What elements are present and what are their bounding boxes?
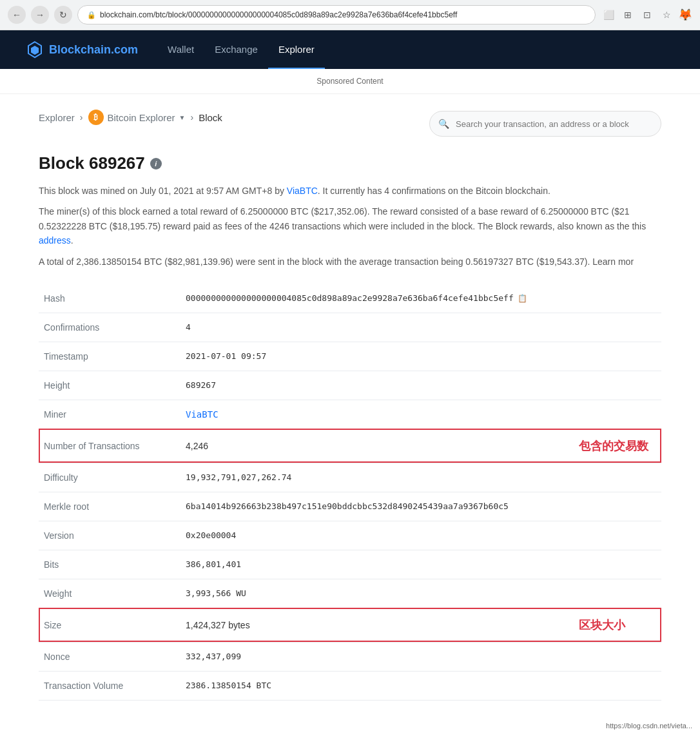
table-value-bits: 386,801,401: [180, 550, 561, 579]
table-value-difficulty: 19,932,791,027,262.74: [180, 463, 561, 492]
main-content: Explorer › ₿ Bitcoin Explorer ▼ › Block …: [0, 94, 700, 716]
reload-button[interactable]: ↻: [54, 6, 72, 24]
table-key-transaction-volume: Transaction Volume: [39, 671, 180, 700]
table-key-nonce: Nonce: [39, 642, 180, 671]
block-title: Block 689267 i: [39, 153, 661, 173]
table-value-hash: 000000000000000000004085c0d898a89ac2e992…: [180, 284, 561, 313]
breadcrumb-sep-1: ›: [80, 112, 83, 122]
url-text: blockchain.com/btc/block/000000000000000…: [100, 10, 457, 19]
copy-icon[interactable]: 📋: [518, 294, 527, 303]
browser-icons: ⬜ ⊞ ⊡ ☆ 🦊: [601, 7, 692, 23]
table-value-weight: 3,993,566 WU: [180, 579, 561, 608]
breadcrumb-sep-2: ›: [190, 112, 193, 122]
table-value-version: 0x20e00004: [180, 521, 561, 550]
nav-exchange[interactable]: Exchange: [204, 31, 268, 69]
table-key-difficulty: Difficulty: [39, 463, 180, 492]
dropdown-arrow-icon: ▼: [179, 114, 186, 121]
table-value-merkle-root: 6ba14014b926663b238b497c151e90bddcbbc532…: [180, 492, 561, 521]
table-row: Merkle root6ba14014b926663b238b497c151e9…: [39, 492, 661, 521]
table-key-timestamp: Timestamp: [39, 342, 180, 371]
search-bar: 🔍: [429, 111, 661, 137]
desc-2: The miner(s) of this block earned a tota…: [39, 204, 661, 247]
table-key-version: Version: [39, 521, 180, 550]
bitcoin-explorer-label: Bitcoin Explorer: [108, 112, 175, 123]
table-key-height: Height: [39, 371, 180, 400]
table-key-hash: Hash: [39, 284, 180, 313]
table-value-transaction-volume: 2386.13850154 BTC: [180, 671, 561, 700]
breadcrumb: Explorer › ₿ Bitcoin Explorer ▼ › Block: [39, 110, 222, 125]
table-row: MinerViaBTC: [39, 400, 661, 429]
nav-explorer[interactable]: Explorer: [268, 31, 325, 69]
annotation-size: 区块大小: [561, 608, 661, 642]
table-key-number-of-transactions: Number of Transactions: [39, 429, 180, 463]
table-key-bits: Bits: [39, 550, 180, 579]
info-icon[interactable]: i: [150, 158, 162, 169]
sponsored-label: Sponsored Content: [316, 77, 383, 86]
nav-wallet[interactable]: Wallet: [157, 31, 204, 69]
logo-text: Blockchain.com: [49, 43, 138, 57]
breadcrumb-row: Explorer › ₿ Bitcoin Explorer ▼ › Block …: [39, 110, 661, 138]
annotation-number-of-transactions: 包含的交易数: [561, 429, 661, 463]
table-row: Height689267: [39, 371, 661, 400]
svg-marker-1: [31, 46, 39, 55]
blockchain-logo-icon: [26, 41, 44, 59]
breadcrumb-bitcoin-explorer[interactable]: ₿ Bitcoin Explorer ▼: [88, 110, 186, 125]
table-key-weight: Weight: [39, 579, 180, 608]
table-value-size: 1,424,327 bytes: [180, 608, 561, 642]
address-link[interactable]: address: [39, 235, 71, 246]
table-row: Version0x20e00004: [39, 521, 661, 550]
url-bar[interactable]: 🔒 blockchain.com/btc/block/0000000000000…: [77, 5, 596, 24]
viabtc-link-1[interactable]: ViaBTC: [287, 186, 318, 196]
extensions-button[interactable]: ⊡: [639, 7, 655, 23]
browser-chrome: ← → ↻ 🔒 blockchain.com/btc/block/0000000…: [0, 0, 700, 30]
sponsored-bar: Sponsored Content: [0, 69, 700, 94]
btc-icon: ₿: [88, 110, 104, 125]
table-row: Confirmations4: [39, 313, 661, 342]
table-value-number-of-transactions: 4,246: [180, 429, 561, 463]
table-row: Difficulty19,932,791,027,262.74: [39, 463, 661, 492]
forward-button[interactable]: →: [31, 6, 49, 24]
table-row: Weight3,993,566 WU: [39, 579, 661, 608]
table-row: Size1,424,327 bytes区块大小: [39, 608, 661, 642]
account-avatar: 🦊: [678, 8, 692, 22]
desc-3: A total of 2,386.13850154 BTC ($82,981,1…: [39, 255, 661, 269]
table-value-confirmations: 4: [180, 313, 561, 342]
table-row: Bits386,801,401: [39, 550, 661, 579]
cast-button[interactable]: ⬜: [601, 7, 616, 23]
breadcrumb-explorer[interactable]: Explorer: [39, 112, 75, 123]
bookmark-button[interactable]: ☆: [659, 7, 674, 23]
lock-icon: 🔒: [87, 11, 96, 19]
viabtc-link[interactable]: ViaBTC: [186, 409, 219, 420]
table-row: Transaction Volume2386.13850154 BTC: [39, 671, 661, 700]
back-button[interactable]: ←: [8, 6, 26, 24]
table-row: Timestamp2021-07-01 09:57: [39, 342, 661, 371]
site-nav: Blockchain.com Wallet Exchange Explorer: [0, 30, 700, 69]
table-row: Nonce332,437,099: [39, 642, 661, 671]
table-key-confirmations: Confirmations: [39, 313, 180, 342]
search-input[interactable]: [429, 111, 661, 137]
table-row: Number of Transactions4,246包含的交易数: [39, 429, 661, 463]
table-key-size: Size: [39, 608, 180, 642]
block-title-text: Block 689267: [39, 153, 145, 173]
search-icon: 🔍: [438, 119, 449, 129]
table-key-miner: Miner: [39, 400, 180, 429]
screenshot-button[interactable]: ⊞: [620, 7, 636, 23]
desc-1: This block was mined on July 01, 2021 at…: [39, 184, 661, 198]
table-value-nonce: 332,437,099: [180, 642, 561, 671]
block-data-table: Hash000000000000000000004085c0d898a89ac2…: [39, 284, 661, 701]
breadcrumb-block: Block: [199, 112, 222, 123]
site-logo: Blockchain.com: [26, 41, 138, 59]
table-key-merkle-root: Merkle root: [39, 492, 180, 521]
table-row: Hash000000000000000000004085c0d898a89ac2…: [39, 284, 661, 313]
table-value-timestamp: 2021-07-01 09:57: [180, 342, 561, 371]
table-value-height: 689267: [180, 371, 561, 400]
table-value-miner[interactable]: ViaBTC: [180, 400, 561, 429]
